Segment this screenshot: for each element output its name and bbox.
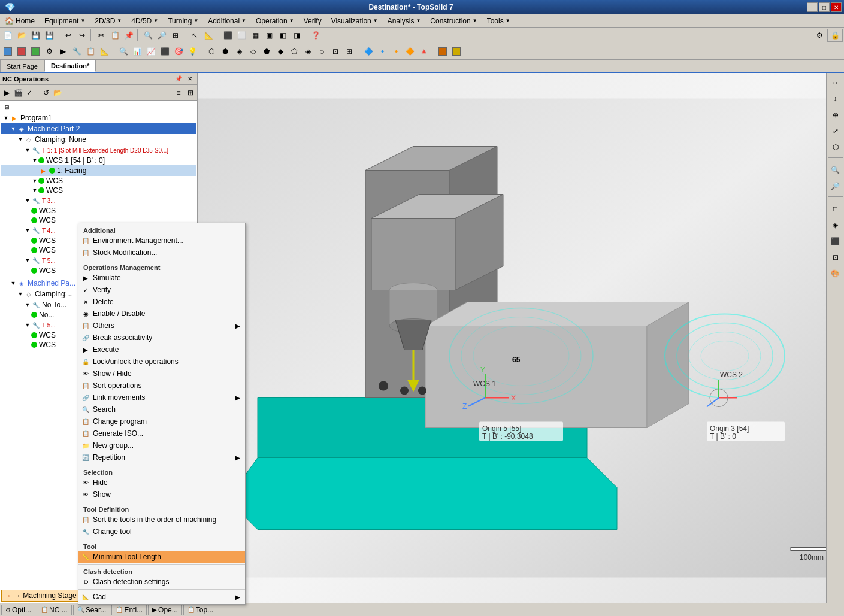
expand-machined2[interactable]: ▼ (10, 280, 17, 286)
nc-tb-3[interactable] (29, 45, 42, 58)
nc-tb-22[interactable]: ◈ (301, 45, 314, 58)
close-button[interactable]: ✕ (831, 2, 842, 12)
cm-show-hide[interactable]: 👁 Show / Hide (78, 368, 245, 380)
menu-4d5d[interactable]: 4D/5D ▼ (126, 14, 163, 27)
tb-zoom-in[interactable]: 🔍 (141, 29, 155, 42)
tb-save[interactable]: 💾 (29, 29, 42, 42)
cm-show[interactable]: 👁 Show (78, 488, 245, 500)
menu-analysis[interactable]: Analysis ▼ (383, 14, 426, 27)
menu-construction[interactable]: Construction ▼ (425, 14, 482, 27)
nc-tb-24[interactable]: ⊡ (329, 45, 342, 58)
menu-verify[interactable]: Verify (299, 14, 326, 27)
view-tb-12[interactable]: 🎨 (828, 266, 843, 281)
nc-tb-27[interactable]: 🔹 (376, 45, 389, 58)
bottom-tab-sear[interactable]: 🔍 Sear... (73, 605, 111, 615)
nc-panel-pin[interactable]: 📌 (174, 74, 183, 84)
tb-view4[interactable]: ▣ (262, 29, 276, 42)
nc-tb-18[interactable]: ◇ (246, 45, 259, 58)
nc-panel-controls[interactable]: 📌 ✕ (174, 74, 195, 84)
nc-tb-7[interactable]: 📋 (84, 45, 97, 58)
view-tb-6[interactable]: 🔍 (828, 163, 843, 177)
nc-tb-12[interactable]: ⬛ (158, 45, 171, 58)
expand-t6[interactable]: ▼ (24, 322, 31, 328)
nc-tb-28[interactable]: 🔸 (389, 45, 403, 58)
tb-view3[interactable]: ▦ (249, 29, 262, 42)
viewport-3d[interactable]: X Y Z WCS 1 WCS 2 Origin 5 [55] (198, 73, 844, 603)
nc-tb-4[interactable]: ⚙ (43, 45, 56, 58)
nc-tb-16[interactable]: ⬢ (219, 45, 232, 58)
cm-gen-iso[interactable]: 📋 Generate ISO... (78, 427, 245, 439)
view-tb-10[interactable]: ⬛ (828, 234, 843, 248)
bottom-tab-top[interactable]: 📋 Top... (183, 605, 217, 615)
minimize-button[interactable]: — (807, 2, 818, 12)
tb-copy[interactable]: 📋 (108, 29, 122, 42)
cm-search[interactable]: 🔍 Search (78, 403, 245, 415)
tb-select[interactable]: ↖ (188, 29, 201, 42)
tree-item-wcs3[interactable]: ▼ WCS (1, 186, 196, 195)
menu-home[interactable]: 🏠 Home (0, 14, 40, 27)
nc-tb-2[interactable] (15, 45, 28, 58)
view-tb-3[interactable]: ⊕ (828, 108, 843, 122)
menu-equipment[interactable]: Equipment ▼ (40, 14, 90, 27)
tree-grid-icon[interactable]: ⊞ (2, 102, 12, 112)
nc-tb-options[interactable]: ⊞ (185, 87, 196, 98)
cm-environment-mgmt[interactable]: 📋 Environment Management... (78, 235, 245, 247)
tb-measure[interactable]: 📐 (202, 29, 215, 42)
expand-machined1[interactable]: ▼ (10, 126, 17, 132)
tb-cut[interactable]: ✂ (95, 29, 108, 42)
expand-wcs3[interactable]: ▼ (31, 187, 38, 193)
bottom-tab-nc[interactable]: 📋 NC ... (37, 605, 72, 615)
tree-item-facing[interactable]: ▶ 1: Facing (1, 165, 196, 176)
view-tb-8[interactable]: □ (828, 202, 843, 216)
nc-tb-11[interactable]: 📈 (144, 45, 158, 58)
tb-view6[interactable]: ◨ (290, 29, 303, 42)
nc-tb-10[interactable]: 📊 (131, 45, 144, 58)
cm-simulate[interactable]: ▶ Simulate (78, 272, 245, 284)
cm-others[interactable]: 📋 Others ▶ (78, 320, 245, 332)
nc-tb-17[interactable]: ◈ (232, 45, 246, 58)
tb-settings[interactable]: ⚙ (813, 29, 826, 42)
nc-tb-verify2[interactable]: ✓ (24, 87, 35, 98)
nc-tb-6[interactable]: 🔧 (70, 45, 83, 58)
tree-item-t3[interactable]: ▼ 🔧 T 3... (1, 195, 196, 206)
nc-tb-folder[interactable]: 📂 (52, 87, 63, 98)
tree-item-program1[interactable]: ▼ ▶ Program1 (1, 113, 196, 123)
bottom-tab-ope[interactable]: ▶ Ope... (148, 605, 182, 615)
view-tb-5[interactable]: ⬡ (828, 140, 843, 154)
tb-view2[interactable]: ⬜ (235, 29, 248, 42)
cm-repetition[interactable]: 🔄 Repetition ▶ (78, 451, 245, 463)
tb-undo[interactable]: ↩ (62, 29, 75, 42)
nc-tb-32[interactable] (450, 45, 463, 58)
expand-wcs2[interactable]: ▼ (31, 178, 38, 184)
tb-view1[interactable]: ⬛ (221, 29, 234, 42)
window-controls[interactable]: — □ ✕ (807, 2, 842, 12)
nc-tb-30[interactable]: 🔺 (417, 45, 430, 58)
tb-paste[interactable]: 📌 (122, 29, 135, 42)
tb-help[interactable]: ❓ (309, 29, 322, 42)
menu-turning[interactable]: Turning ▼ (163, 14, 203, 27)
cm-cad[interactable]: 📐 Cad ▶ (78, 591, 245, 603)
nc-tb-29[interactable]: 🔶 (403, 45, 416, 58)
nc-tb-refresh[interactable]: ↺ (41, 87, 52, 98)
nc-tb-21[interactable]: ⬠ (288, 45, 301, 58)
expand-t4[interactable]: ▼ (24, 227, 31, 233)
nc-tb-sim[interactable]: 🎬 (13, 87, 23, 98)
expand-wcs1[interactable]: ▼ (31, 157, 38, 163)
expand-t3[interactable]: ▼ (24, 198, 31, 204)
cm-verify[interactable]: ✓ Verify (78, 284, 245, 296)
expand-notool[interactable]: ▼ (24, 302, 31, 308)
tb-save2[interactable]: 💾 (43, 29, 56, 42)
cm-new-group[interactable]: 📁 New group... (78, 439, 245, 451)
view-tb-4[interactable]: ⤢ (828, 124, 843, 138)
expand-t5[interactable]: ▼ (24, 257, 31, 263)
cm-sort-ops[interactable]: 📋 Sort operations (78, 380, 245, 392)
view-tb-11[interactable]: ⊡ (828, 250, 843, 265)
nc-panel-close[interactable]: ✕ (185, 74, 195, 84)
tree-item-wcs2[interactable]: ▼ WCS (1, 176, 196, 186)
tab-startpage[interactable]: Start Page (0, 60, 44, 72)
nc-tb-14[interactable]: 💡 (186, 45, 199, 58)
view-tb-7[interactable]: 🔎 (828, 179, 843, 193)
cm-delete[interactable]: ✕ Delete (78, 296, 245, 308)
cm-change-tool[interactable]: 🔧 Change tool (78, 526, 245, 538)
nc-tb-8[interactable]: 📐 (98, 45, 111, 58)
